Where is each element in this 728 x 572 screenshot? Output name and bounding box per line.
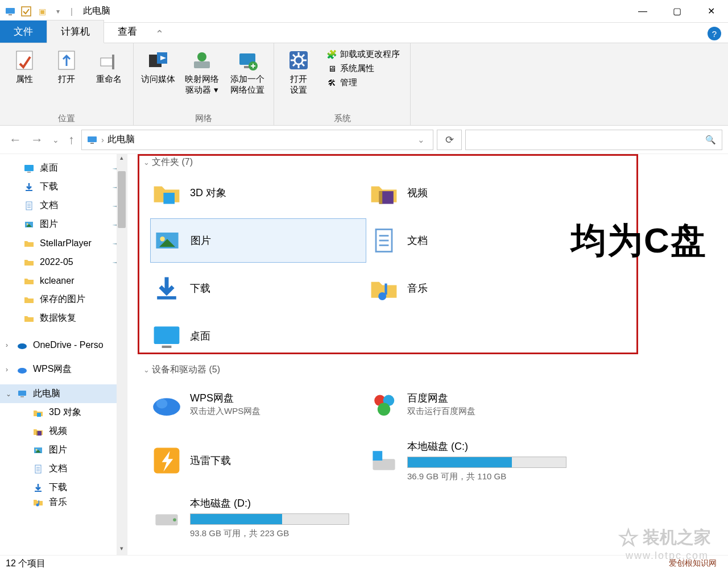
watermark-source: 爱创根知识网 (669, 558, 717, 569)
collapse-ribbon-button[interactable]: ⌃ (151, 26, 168, 43)
folders-section-header[interactable]: ⌄ 文件夹 (7) (127, 155, 728, 171)
desktop-icon (23, 162, 35, 175)
add-location-label: 添加一个 网络位置 (230, 74, 264, 96)
minimize-button[interactable]: — (626, 0, 660, 23)
sidebar-group-WPS网盘[interactable]: ›WPS网盘 (0, 360, 127, 379)
folder-small-icon[interactable]: ▣ (36, 6, 48, 17)
expand-icon[interactable]: › (6, 341, 8, 349)
forward-button[interactable]: → (27, 131, 47, 148)
folder-item-下载[interactable]: 下载 (150, 266, 366, 310)
video-icon (32, 425, 44, 438)
sidebar-scrollbar[interactable]: ▴ ▾ (117, 154, 127, 555)
folder-item-视频[interactable]: 视频 (367, 171, 584, 215)
address-bar[interactable]: › 此电脑 ⌄ (81, 130, 433, 150)
open-icon (55, 49, 78, 72)
rename-button[interactable]: 重命名 (90, 47, 127, 85)
folder-item-图片[interactable]: 图片 (150, 218, 366, 263)
wps-cloud-icon (150, 387, 183, 420)
sidebar-child-3D 对象[interactable]: 3D 对象 (0, 403, 127, 422)
sidebar-item-下载[interactable]: 下载📌 (0, 177, 127, 196)
scroll-up-arrow[interactable]: ▴ (117, 154, 127, 164)
up-button[interactable]: ↑ (65, 131, 78, 148)
pics-icon (32, 444, 44, 457)
recent-dropdown[interactable]: ⌄ (49, 134, 63, 146)
svg-rect-25 (88, 136, 97, 142)
map-drive-button[interactable]: 映射网络 驱动器 ▾ (181, 47, 222, 96)
3d-icon (150, 176, 183, 209)
svg-rect-41 (37, 413, 41, 417)
chevron-down-icon: ⌄ (143, 366, 150, 374)
device-item-本地磁盘 (C:)[interactable]: 本地磁盘 (C:)36.9 GB 可用，共 110 GB (367, 438, 584, 483)
window-title: 此电脑 (80, 5, 110, 17)
open-settings-button[interactable]: 打开 设置 (280, 47, 317, 96)
properties-button[interactable]: 属性 (6, 47, 43, 85)
qat-dropdown-icon[interactable]: ▾ (52, 6, 64, 17)
expand-icon[interactable]: › (6, 366, 8, 374)
checkbox-icon[interactable] (20, 6, 32, 17)
map-drive-label: 映射网络 驱动器 ▾ (185, 74, 219, 96)
scroll-thumb[interactable] (118, 171, 126, 228)
drive-usage-bar (407, 457, 566, 468)
sidebar-group-OneDrive - Perso[interactable]: ›OneDrive - Perso (0, 335, 127, 354)
device-item-迅雷下载[interactable]: 迅雷下载 (150, 438, 366, 483)
onedrive-icon (16, 339, 28, 351)
refresh-button[interactable]: ⟳ (437, 130, 462, 150)
search-input[interactable]: 🔍 (465, 130, 722, 150)
sidebar-child-音乐[interactable]: 音乐 (0, 497, 127, 507)
breadcrumb[interactable]: 此电脑 (107, 134, 135, 146)
expand-icon[interactable]: ⌄ (6, 390, 11, 398)
svg-rect-0 (6, 8, 15, 14)
folder-item-音乐[interactable]: 音乐 (367, 266, 584, 310)
svg-rect-53 (39, 500, 40, 504)
nav-bar: ← → ⌄ ↑ › 此电脑 ⌄ ⟳ 🔍 (0, 126, 728, 154)
scroll-down-arrow[interactable]: ▾ (117, 545, 127, 555)
sidebar-item-2022-05[interactable]: 2022-05📌 (0, 252, 127, 271)
device-item-WPS网盘[interactable]: WPS网盘双击进入WPS网盘 (150, 382, 366, 426)
sidebar-item-保存的图片[interactable]: 保存的图片 (0, 290, 127, 309)
folder-icon (23, 293, 35, 306)
close-button[interactable]: ✕ (694, 0, 728, 23)
add-location-button[interactable]: 添加一个 网络位置 (227, 47, 268, 96)
chevron-down-icon: ⌄ (143, 158, 150, 167)
maximize-button[interactable]: ▢ (660, 0, 694, 23)
svg-rect-28 (27, 172, 31, 173)
device-item-百度网盘[interactable]: 百度网盘双击运行百度网盘 (367, 382, 584, 426)
sidebar-item-文档[interactable]: 文档📌 (0, 196, 127, 215)
sidebar-item-桌面[interactable]: 桌面📌 (0, 159, 127, 177)
access-media-button[interactable]: 访问媒体 (139, 47, 177, 85)
help-button[interactable]: ? (708, 27, 721, 40)
tab-computer[interactable]: 计算机 (47, 20, 104, 43)
folder-item-3D 对象[interactable]: 3D 对象 (150, 171, 366, 215)
system-properties-link[interactable]: 🖥系统属性 (326, 63, 400, 74)
drive-win-icon (367, 444, 400, 477)
sidebar-child-图片[interactable]: 图片 (0, 441, 127, 459)
sidebar-group-此电脑[interactable]: ⌄此电脑 (0, 384, 127, 403)
sidebar-item-StellarPlayer[interactable]: StellarPlayer📌 (0, 234, 127, 252)
sidebar-item-数据恢复[interactable]: 数据恢复 (0, 309, 127, 328)
open-button[interactable]: 打开 (48, 47, 85, 85)
svg-rect-66 (384, 284, 387, 295)
svg-rect-75 (373, 459, 395, 470)
svg-point-69 (153, 398, 180, 416)
sidebar-item-图片[interactable]: 图片📌 (0, 215, 127, 234)
tab-view[interactable]: 查看 (104, 20, 151, 43)
sidebar-item-label: 音乐 (49, 496, 67, 508)
sidebar-child-视频[interactable]: 视频 (0, 422, 127, 441)
manage-link[interactable]: 🛠管理 (326, 77, 400, 88)
devices-section-header[interactable]: ⌄ 设备和驱动器 (5) (127, 363, 728, 378)
tab-file[interactable]: 文件 (0, 20, 47, 43)
device-item-本地磁盘 (D:)[interactable]: 本地磁盘 (D:)93.8 GB 可用，共 223 GB (150, 495, 366, 540)
sidebar-child-文档[interactable]: 文档 (0, 459, 127, 478)
back-button[interactable]: ← (6, 131, 25, 148)
crumb-chevron-icon[interactable]: › (101, 135, 104, 144)
folder-item-桌面[interactable]: 桌面 (150, 314, 366, 358)
sidebar-item-label: OneDrive - Perso (33, 340, 104, 350)
sidebar-item-kcleaner[interactable]: kcleaner (0, 271, 127, 290)
uninstall-link[interactable]: 🧩卸载或更改程序 (326, 49, 400, 60)
download-icon (32, 482, 44, 494)
sidebar-child-下载[interactable]: 下载 (0, 478, 127, 497)
svg-point-45 (36, 449, 38, 450)
folder-item-文档[interactable]: 文档 (367, 218, 584, 263)
status-bar: 12 个项目 (0, 555, 728, 572)
address-dropdown[interactable]: ⌄ (414, 135, 428, 145)
